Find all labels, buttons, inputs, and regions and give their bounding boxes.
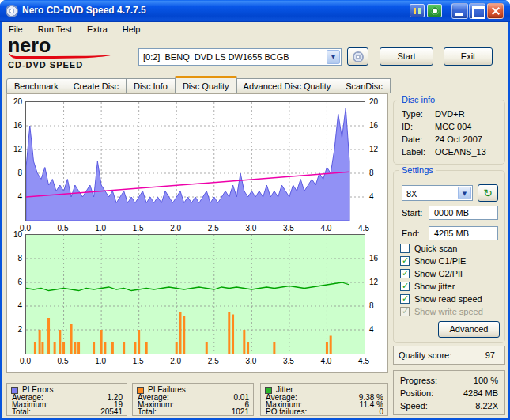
titlebar[interactable]: Nero CD-DVD Speed 4.7.7.5 [0, 0, 510, 22]
checkbox-box [400, 307, 410, 316]
progress-value: 100 % [474, 376, 498, 385]
advanced-button[interactable]: Advanced [438, 321, 500, 338]
tab-strip: Benchmark Create Disc Disc Info Disc Qua… [6, 76, 391, 93]
position-label: Position: [400, 388, 433, 398]
speed-label: Speed: [400, 401, 428, 411]
quality-score-value: 97 [485, 350, 495, 360]
menubar: File Run Test Extra Help [2, 22, 508, 37]
menu-extra[interactable]: Extra [81, 22, 114, 37]
tab-scandisc[interactable]: ScanDisc [338, 78, 390, 93]
checkbox-box[interactable] [400, 269, 410, 278]
disc-id-value: MCC 004 [435, 122, 471, 131]
chevron-down-icon[interactable]: ▼ [327, 50, 340, 64]
progress-label: Progress: [400, 376, 437, 385]
disc-info-title: Disc info [399, 95, 437, 104]
nero-logo-swoosh [9, 51, 111, 59]
stat-value: 20541 [100, 408, 123, 416]
checkbox-label: Show C1/PIE [414, 256, 466, 266]
checkbox-label: Show write speed [414, 307, 483, 316]
settings-title: Settings [399, 165, 436, 175]
stat-value: 1021 [232, 408, 249, 416]
refresh-button[interactable]: ↻ [478, 184, 498, 202]
stat-value: 0 [379, 408, 383, 416]
tab-advanced-disc-quality[interactable]: Advanced Disc Quality [236, 78, 339, 93]
checkbox-label: Show read speed [414, 294, 482, 304]
quality-score-label: Quality score: [399, 350, 451, 360]
tab-disc-quality[interactable]: Disc Quality [175, 76, 237, 93]
disc-id-label: ID: [402, 122, 413, 131]
disc-type-label: Type: [402, 109, 423, 119]
nero-logo: nero CD-DVD SPEED [8, 36, 138, 73]
checkbox-box[interactable] [400, 294, 410, 304]
end-position-field[interactable]: 4285 MB [429, 226, 498, 240]
chevron-down-icon[interactable]: ▼ [458, 187, 471, 199]
speed-select-value: 8X [406, 189, 417, 199]
progress-box: Progress: 100 % Position: 4284 MB Speed:… [393, 370, 505, 415]
start-button[interactable]: Start [380, 47, 433, 66]
menu-help[interactable]: Help [116, 22, 147, 37]
pi-errors-plot [25, 101, 365, 221]
drive-properties-button[interactable] [347, 47, 368, 66]
checkbox-box[interactable] [400, 282, 410, 291]
jitter-left-axis: 108642 [7, 234, 24, 354]
drive-select-value: [0:2] BENQ DVD LS DW1655 BCGB [143, 52, 289, 62]
jitter-plot [25, 234, 365, 354]
read-speed-right-axis: 20161284 [368, 101, 387, 221]
disc-date-value: 24 Oct 2007 [435, 134, 482, 144]
position-value: 4284 MB [463, 388, 498, 398]
pi-errors-left-axis: 20161284 [7, 101, 24, 221]
close-button[interactable] [487, 3, 504, 19]
checkbox-label: Quick scan [414, 244, 457, 253]
tab-benchmark[interactable]: Benchmark [6, 78, 66, 93]
quality-charts-panel: 20161284 20161284 0.00.51.01.52.02.53.03… [6, 93, 388, 373]
speed-value: 8.22X [475, 401, 498, 411]
speed-select[interactable]: 8X ▼ [402, 185, 473, 201]
checkbox-box[interactable] [400, 256, 410, 266]
app-window: Nero CD-DVD Speed 4.7.7.5 File Run Test … [0, 0, 510, 420]
pi-errors-stats-box: PI Errors Average:1.20 Maximum:19 Total:… [6, 383, 127, 416]
stat-label: PO failures: [266, 407, 307, 416]
jitter-right-axis: 161284 [368, 234, 387, 354]
tab-disc-info[interactable]: Disc Info [127, 78, 176, 93]
disc-info-group: Disc info Type: DVD+R ID: MCC 004 Date: … [393, 100, 505, 165]
maximize-button[interactable] [469, 3, 485, 19]
disc-label-label: Label: [402, 147, 425, 157]
jitter-chart: 108642 161284 0.00.51.01.52.02.53.03.54.… [7, 227, 387, 366]
quality-score-box: Quality score: 97 [393, 346, 505, 365]
nero-logo-subtext: CD-DVD SPEED [8, 60, 83, 70]
app-disc-icon [6, 5, 18, 17]
disc-label-value: OCEANS_13 [435, 147, 486, 157]
window-title: Nero CD-DVD Speed 4.7.7.5 [22, 5, 146, 16]
checkbox-label: Show jitter [414, 282, 455, 291]
pi-errors-chart: 20161284 20161284 0.00.51.01.52.02.53.03… [7, 94, 387, 233]
pi-failures-stats-box: PI Failures Average:0.01 Maximum:6 Total… [132, 383, 254, 416]
checkbox-label: Show C2/PIF [414, 269, 466, 278]
jitter-x-axis: 0.00.51.01.52.02.53.03.54.04.5 [25, 357, 365, 366]
start-position-field[interactable]: 0000 MB [429, 206, 498, 220]
end-position-label: End: [402, 229, 420, 238]
minimize-button[interactable] [451, 3, 468, 19]
jitter-stats-box: Jitter Average:9.38 % Maximum:11.4 % PO … [260, 383, 388, 416]
start-position-label: Start: [402, 208, 422, 218]
titlebar-disc-icon[interactable] [427, 4, 442, 17]
drive-select[interactable]: [0:2] BENQ DVD LS DW1655 BCGB ▼ [138, 48, 342, 66]
settings-group: Settings 8X ▼ ↻ Start: 0000 MB End: 4285… [393, 170, 505, 343]
stat-label: Total: [138, 407, 157, 416]
checkbox-box[interactable] [400, 244, 410, 253]
titlebar-chart-icon[interactable] [410, 4, 425, 17]
refresh-icon: ↻ [483, 187, 493, 199]
disc-date-label: Date: [402, 134, 422, 144]
tab-create-disc[interactable]: Create Disc [66, 78, 127, 93]
disc-type-value: DVD+R [435, 109, 465, 119]
cd-icon [353, 51, 364, 62]
exit-button[interactable]: Exit [444, 47, 493, 66]
stat-label: Total: [12, 407, 31, 416]
